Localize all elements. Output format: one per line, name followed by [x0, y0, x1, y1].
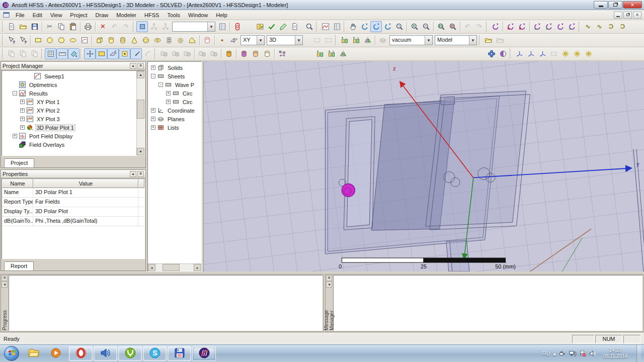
- delete-animation-button[interactable]: [516, 21, 528, 32]
- taskbar-app-ansoft-hfss[interactable]: [192, 346, 216, 361]
- power-plug-icon[interactable]: [559, 350, 566, 357]
- move-to-cs-button[interactable]: [339, 35, 350, 46]
- view-orientation-2-button[interactable]: [571, 48, 583, 59]
- toggle-ruler-button[interactable]: [56, 48, 68, 59]
- context-help-button[interactable]: ?: [6, 35, 17, 46]
- draw-spline-sheet-button[interactable]: [78, 35, 90, 46]
- chevron-down-icon[interactable]: ▼: [469, 36, 476, 45]
- zoom-in-button[interactable]: [409, 21, 420, 32]
- draw-ellipse-button[interactable]: [67, 35, 78, 46]
- draw-helix-button[interactable]: [163, 35, 175, 46]
- save-button[interactable]: [29, 21, 40, 32]
- project-manager-item-xy-plot-3[interactable]: +XY Plot 3: [2, 115, 144, 123]
- taskbar-app-utorrent[interactable]: [118, 346, 142, 361]
- 3d-modeler-viewport[interactable]: z y 0 25 50 (mm): [203, 61, 644, 272]
- column-header-value[interactable]: Value: [33, 179, 138, 188]
- delete-button[interactable]: ✕: [97, 21, 109, 32]
- mdi-minimize-button[interactable]: [614, 12, 622, 19]
- toolbar-grip[interactable]: [479, 35, 480, 45]
- validate-button[interactable]: [254, 21, 266, 32]
- restore-button[interactable]: [608, 1, 622, 9]
- view-orientation-1-button[interactable]: [559, 48, 571, 59]
- start-button[interactable]: [4, 346, 19, 361]
- mdi-restore-button[interactable]: [623, 12, 632, 19]
- 3d-model-canvas[interactable]: z y 0 25 50 (mm): [204, 61, 644, 272]
- output-variables-button[interactable]: [331, 21, 343, 32]
- scroll-down-icon[interactable]: ▼: [137, 148, 144, 155]
- draw-polygon-button[interactable]: [55, 35, 67, 46]
- animation-settings-button[interactable]: [543, 21, 554, 32]
- print-button[interactable]: [82, 21, 94, 32]
- toolbar-grip[interactable]: [335, 35, 337, 45]
- draw-sphere-button[interactable]: [140, 35, 151, 46]
- panel-close-icon[interactable]: ✕: [137, 63, 144, 69]
- edit-sources-button[interactable]: [277, 21, 289, 32]
- select-by-rectangle-button[interactable]: [96, 48, 107, 59]
- wrap-sheet-button[interactable]: [250, 48, 261, 59]
- project-manager-item-field-overlays[interactable]: Field Overlays: [2, 140, 144, 149]
- model-tree-item-lists[interactable]: +Lists: [148, 123, 201, 132]
- project-manager-item-port-field-display[interactable]: +Port Field Display: [2, 132, 144, 140]
- menu-draw[interactable]: Draw: [92, 11, 113, 19]
- project-tree-scrollbar[interactable]: ▲ ▼: [136, 71, 144, 155]
- draw-polyhedron-button[interactable]: [117, 35, 128, 46]
- taskbar-app-skype[interactable]: S: [143, 346, 167, 361]
- rotate-around-screen-button[interactable]: [382, 21, 393, 32]
- toolbar-grip[interactable]: [510, 49, 511, 59]
- boundary-display-button[interactable]: [486, 48, 497, 59]
- move-faces-along-normal-button[interactable]: [314, 48, 326, 59]
- draw-cylinder-button[interactable]: [105, 35, 117, 46]
- solution-data-button[interactable]: [289, 21, 300, 32]
- project-manager-item-xy-plot-1[interactable]: +XY Plot 1: [2, 98, 144, 106]
- separate-bodies-button[interactable]: [261, 48, 273, 59]
- open-button[interactable]: [17, 21, 29, 32]
- panel-collapse-icon[interactable]: ▴: [130, 63, 136, 69]
- snap-to-grid-button[interactable]: [84, 48, 96, 59]
- stop-animation-button[interactable]: [505, 21, 516, 32]
- property-value[interactable]: Phi ,Theta ,dB(GainTotal): [33, 217, 138, 226]
- expand-icon[interactable]: +: [20, 117, 25, 121]
- scroll-right-icon[interactable]: ▸: [194, 264, 201, 271]
- create-report-button[interactable]: [319, 21, 331, 32]
- model-tree-item-planes[interactable]: +Planes: [148, 115, 201, 123]
- duplicate-around-axis-button[interactable]: [350, 35, 362, 46]
- toolbar-grip[interactable]: [2, 49, 4, 59]
- minimize-button[interactable]: [594, 1, 608, 9]
- flip-normal-button[interactable]: [337, 48, 349, 59]
- model-tree-item-coordinate[interactable]: +Coordinate: [148, 106, 201, 115]
- property-row-name[interactable]: Name3D Polar Plot 1: [2, 188, 144, 198]
- menu-window[interactable]: Window: [184, 11, 212, 19]
- chevron-down-icon[interactable]: ▼: [257, 36, 264, 45]
- volume-icon[interactable]: [589, 350, 596, 357]
- expand-icon[interactable]: +: [151, 117, 155, 121]
- find-button[interactable]: [303, 21, 315, 32]
- animate-design-button[interactable]: [490, 21, 501, 32]
- collapse-icon[interactable]: -: [158, 82, 163, 87]
- project-manager-item-xy-plot-2[interactable]: +XY Plot 2: [2, 106, 144, 115]
- draw-point-button[interactable]: •: [216, 35, 228, 46]
- toolbar-grip[interactable]: [2, 22, 4, 32]
- rotate-around-axis-button[interactable]: [359, 21, 370, 32]
- column-header-name[interactable]: Name: [2, 179, 33, 188]
- new-group-button[interactable]: [482, 35, 494, 46]
- toolbar-grip[interactable]: [579, 22, 580, 32]
- model-tree-item-circ[interactable]: +Circ: [148, 98, 201, 106]
- solution-type-button[interactable]: [231, 21, 243, 32]
- top-notch[interactable]: [441, 97, 455, 105]
- property-row-db-gainto-[interactable]: dB(GainTo...Phi ,Theta ,dB(GainTotal): [2, 217, 144, 226]
- record-animation-button[interactable]: [566, 21, 578, 32]
- expand-icon[interactable]: +: [20, 125, 25, 130]
- model-tree-item-solids[interactable]: +Solids: [148, 63, 201, 72]
- collapse-icon[interactable]: -: [13, 91, 17, 96]
- collapse-icon[interactable]: -: [151, 74, 155, 78]
- copy-button[interactable]: [55, 21, 67, 32]
- material-combo[interactable]: vacuum▼: [389, 35, 433, 45]
- view-orientation-3-button[interactable]: [583, 48, 594, 59]
- expand-icon[interactable]: +: [20, 100, 25, 104]
- drawing-mode-combo[interactable]: 3D▼: [267, 35, 303, 45]
- expand-icon[interactable]: +: [151, 65, 155, 70]
- menu-project[interactable]: Project: [66, 11, 91, 19]
- draw-sweep-button[interactable]: [186, 35, 198, 46]
- panel-close-icon[interactable]: ✕: [326, 275, 332, 281]
- menu-hfss[interactable]: HFSS: [140, 11, 163, 19]
